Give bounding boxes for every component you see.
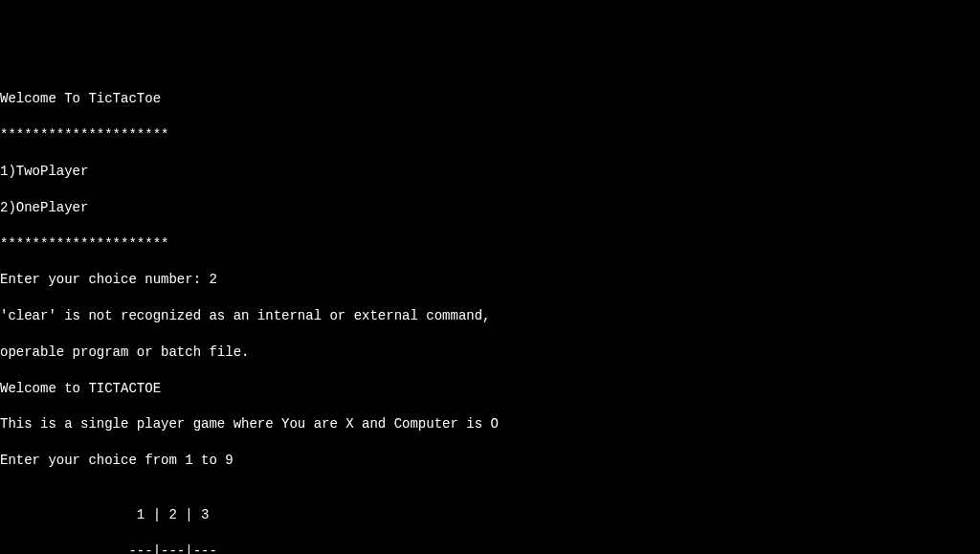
menu-option-oneplayer: 2)OnePlayer (0, 199, 980, 217)
terminal-window[interactable]: Welcome To TicTacToe *******************… (0, 73, 980, 554)
divider-line: ********************* (0, 235, 980, 254)
choice-range-prompt: Enter your choice from 1 to 9 (0, 452, 980, 470)
error-line-1: 'clear' is not recognized as an internal… (0, 307, 980, 325)
menu-option-twoplayer: 1)TwoPlayer (0, 163, 980, 181)
welcome-title: Welcome To TicTacToe (0, 90, 980, 108)
choice-prompt-result: Enter your choice number: 2 (0, 271, 980, 289)
error-line-2: operable program or batch file. (0, 343, 980, 362)
game-description: This is a single player game where You a… (0, 415, 980, 433)
divider-line: ********************* (0, 126, 980, 144)
reference-board-divider-1: ---|---|--- (0, 543, 980, 554)
game-welcome: Welcome to TICTACTOE (0, 380, 980, 398)
reference-board-row-1: 1 | 2 | 3 (0, 506, 980, 524)
